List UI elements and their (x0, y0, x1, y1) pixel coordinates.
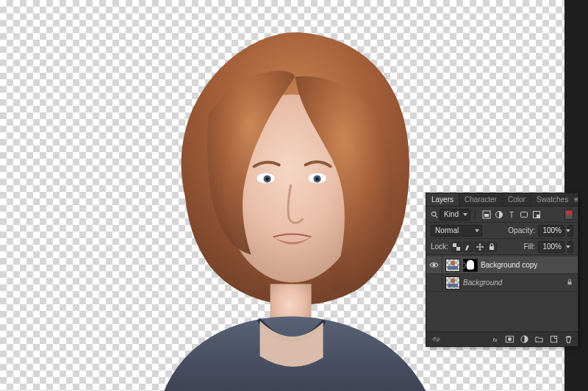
svg-rect-16 (537, 215, 540, 218)
fill-input[interactable]: 100% (538, 241, 564, 253)
svg-text:T: T (509, 211, 514, 219)
blend-mode-select[interactable]: Normal (431, 225, 482, 237)
filter-type-icons: T (481, 209, 542, 220)
new-group-icon[interactable] (532, 334, 545, 345)
delete-layer-icon[interactable] (562, 334, 575, 345)
filter-adjust-icon[interactable] (494, 209, 504, 220)
filter-pixel-icon[interactable] (481, 209, 492, 220)
tab-color[interactable]: Color (503, 193, 531, 206)
tab-layers[interactable]: Layers (426, 193, 459, 206)
separator (475, 209, 476, 220)
svg-rect-19 (490, 246, 494, 250)
lock-all-icon[interactable] (487, 242, 497, 252)
opacity-arrow[interactable] (567, 225, 573, 237)
panel-tabs: Layers Character Color Swatches ≡ (426, 193, 578, 207)
blend-row: Normal Opacity: 100% (426, 223, 578, 239)
lock-icon (566, 279, 573, 287)
layer-name[interactable]: Background (463, 279, 563, 287)
visibility-toggle[interactable] (426, 274, 442, 292)
svg-rect-17 (453, 243, 456, 247)
layers-empty-area[interactable] (426, 292, 578, 330)
svg-point-26 (508, 337, 512, 341)
layers-panel: Layers Character Color Swatches ≡ Kind T (426, 193, 578, 346)
search-icon (431, 211, 438, 218)
layer-name[interactable]: Background copy (481, 261, 573, 269)
svg-rect-18 (456, 247, 460, 251)
opacity-label: Opacity: (508, 226, 535, 234)
svg-point-8 (431, 212, 436, 216)
app-stage: Layers Character Color Swatches ≡ Kind T (0, 0, 588, 391)
tab-swatches[interactable]: Swatches (531, 193, 574, 206)
lock-label: Lock: (431, 243, 448, 251)
layer-mask-thumbnail[interactable] (463, 259, 478, 272)
add-mask-icon[interactable] (503, 334, 516, 345)
panel-footer: fx (426, 331, 578, 346)
layers-list: Background copy Background (426, 255, 578, 331)
svg-line-9 (435, 215, 437, 218)
filter-shape-icon[interactable] (519, 209, 529, 220)
filter-smart-icon[interactable] (531, 209, 542, 220)
eye-icon (429, 278, 439, 287)
new-layer-icon[interactable] (547, 334, 560, 345)
panel-menu-button[interactable]: ≡ (574, 193, 578, 206)
layer-filter-row: Kind T (426, 207, 578, 223)
tab-character[interactable]: Character (459, 193, 503, 206)
layer-row[interactable]: Background copy (426, 257, 578, 274)
lock-position-icon[interactable] (475, 242, 485, 252)
layer-thumbnail[interactable] (445, 259, 460, 272)
svg-rect-28 (551, 336, 556, 342)
filter-toggle-switch[interactable] (564, 209, 573, 220)
filter-kind-select[interactable]: Kind (440, 209, 470, 220)
opacity-input[interactable]: 100% (538, 225, 564, 237)
svg-rect-21 (568, 281, 572, 284)
svg-text:fx: fx (492, 337, 497, 343)
lock-icons (451, 242, 497, 252)
svg-point-20 (432, 263, 435, 266)
svg-rect-11 (484, 214, 489, 217)
new-adjustment-icon[interactable] (517, 334, 531, 345)
eye-icon (429, 260, 439, 270)
fx-icon[interactable]: fx (488, 334, 501, 345)
menu-icon: ≡ (574, 196, 578, 204)
svg-rect-14 (521, 212, 528, 217)
fill-label: Fill: (523, 243, 535, 251)
link-layers-icon[interactable] (429, 334, 442, 345)
visibility-toggle[interactable] (426, 257, 442, 274)
fill-arrow[interactable] (567, 241, 573, 253)
layer-row[interactable]: Background (426, 274, 578, 292)
filter-type-icon[interactable]: T (506, 209, 517, 220)
lock-row: Lock: Fill: 100% (426, 239, 578, 255)
layer-thumbnail[interactable] (445, 276, 460, 290)
lock-pixels-icon[interactable] (463, 242, 473, 252)
lock-transparency-icon[interactable] (451, 242, 462, 252)
